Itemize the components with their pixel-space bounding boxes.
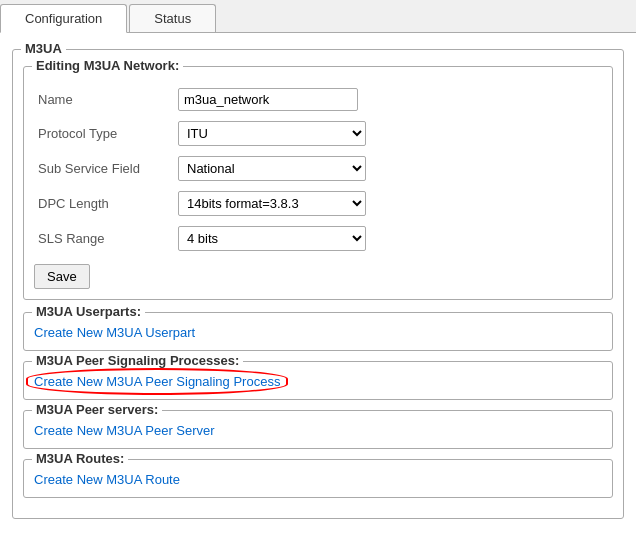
- dpc-length-label: DPC Length: [34, 186, 174, 221]
- m3ua-section: M3UA Editing M3UA Network: Name Protocol…: [12, 49, 624, 519]
- peer-signaling-title: M3UA Peer Signaling Processes:: [32, 353, 243, 368]
- sub-service-row: Sub Service Field National International: [34, 151, 602, 186]
- dpc-length-row: DPC Length 14bits format=3.8.3 24bits fo…: [34, 186, 602, 221]
- userparts-title: M3UA Userparts:: [32, 304, 145, 319]
- tabs-bar: Configuration Status: [0, 0, 636, 33]
- dpc-length-select[interactable]: 14bits format=3.8.3 24bits format=8.8.8: [178, 191, 366, 216]
- userparts-content: Create New M3UA Userpart: [34, 325, 602, 340]
- name-field-cell: [174, 83, 602, 116]
- editing-box-title: Editing M3UA Network:: [32, 58, 183, 73]
- protocol-type-cell: ITU ANSI TTC MATP: [174, 116, 602, 151]
- create-peer-signaling-link[interactable]: Create New M3UA Peer Signaling Process: [34, 374, 280, 389]
- protocol-type-row: Protocol Type ITU ANSI TTC MATP: [34, 116, 602, 151]
- protocol-type-select[interactable]: ITU ANSI TTC MATP: [178, 121, 366, 146]
- form-table: Name Protocol Type ITU ANSI TTC MATP: [34, 83, 602, 256]
- peer-signaling-content: Create New M3UA Peer Signaling Process: [34, 374, 602, 389]
- editing-m3ua-network-box: Editing M3UA Network: Name Protocol Type…: [23, 66, 613, 300]
- create-route-link[interactable]: Create New M3UA Route: [34, 472, 180, 487]
- protocol-type-label: Protocol Type: [34, 116, 174, 151]
- routes-title: M3UA Routes:: [32, 451, 128, 466]
- sls-range-row: SLS Range 4 bits 5 bits 8 bits: [34, 221, 602, 256]
- routes-content: Create New M3UA Route: [34, 472, 602, 487]
- create-peer-server-link[interactable]: Create New M3UA Peer Server: [34, 423, 215, 438]
- tab-configuration[interactable]: Configuration: [0, 4, 127, 33]
- sub-service-cell: National International: [174, 151, 602, 186]
- sls-range-select[interactable]: 4 bits 5 bits 8 bits: [178, 226, 366, 251]
- peer-servers-title: M3UA Peer servers:: [32, 402, 162, 417]
- sub-service-label: Sub Service Field: [34, 151, 174, 186]
- m3ua-section-title: M3UA: [21, 41, 66, 56]
- name-input[interactable]: [178, 88, 358, 111]
- create-userpart-link[interactable]: Create New M3UA Userpart: [34, 325, 195, 340]
- main-content: M3UA Editing M3UA Network: Name Protocol…: [0, 33, 636, 539]
- sub-service-select[interactable]: National International: [178, 156, 366, 181]
- name-row: Name: [34, 83, 602, 116]
- sls-range-label: SLS Range: [34, 221, 174, 256]
- tab-status[interactable]: Status: [129, 4, 216, 32]
- dpc-length-cell: 14bits format=3.8.3 24bits format=8.8.8: [174, 186, 602, 221]
- sls-range-cell: 4 bits 5 bits 8 bits: [174, 221, 602, 256]
- userparts-section: M3UA Userparts: Create New M3UA Userpart: [23, 312, 613, 351]
- circle-highlight: Create New M3UA Peer Signaling Process: [34, 374, 280, 389]
- peer-signaling-section: M3UA Peer Signaling Processes: Create Ne…: [23, 361, 613, 400]
- name-label: Name: [34, 83, 174, 116]
- peer-servers-content: Create New M3UA Peer Server: [34, 423, 602, 438]
- routes-section: M3UA Routes: Create New M3UA Route: [23, 459, 613, 498]
- save-button[interactable]: Save: [34, 264, 90, 289]
- peer-servers-section: M3UA Peer servers: Create New M3UA Peer …: [23, 410, 613, 449]
